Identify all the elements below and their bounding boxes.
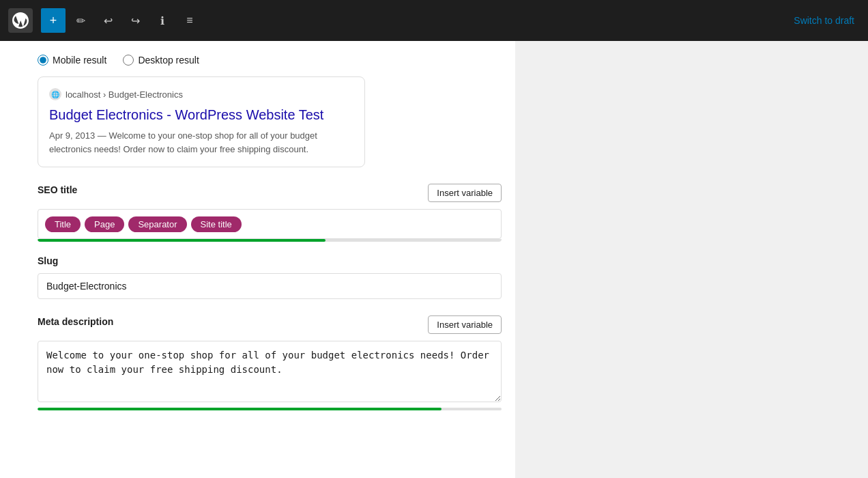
meta-description-progress-bar (38, 408, 442, 410)
right-panel (515, 41, 868, 478)
wp-logo (8, 8, 33, 33)
search-preview-card: 🌐 localhost › Budget-Electronics Budget … (38, 76, 365, 167)
meta-description-label: Meta description (38, 316, 113, 327)
main-content: Mobile result Desktop result 🌐 localhost… (0, 41, 868, 478)
breadcrumb-text: localhost › Budget-Electronics (66, 89, 183, 100)
pencil-icon: ✏ (76, 14, 85, 27)
site-icon: 🌐 (49, 88, 61, 100)
menu-button[interactable]: ≡ (177, 8, 202, 33)
info-button[interactable]: ℹ (150, 8, 175, 33)
meta-description-section: Meta description Insert variable Welcome… (38, 315, 502, 410)
wp-logo-icon (12, 12, 29, 29)
mobile-result-radio[interactable] (38, 55, 48, 66)
editor-panel: Mobile result Desktop result 🌐 localhost… (0, 41, 515, 478)
add-button[interactable]: + (41, 8, 66, 33)
search-result-meta: Apr 9, 2013 — Welcome to your one-stop s… (49, 129, 353, 156)
seo-title-progress-container (38, 239, 502, 242)
seo-title-progress-bar (38, 239, 326, 242)
slug-label: Slug (38, 255, 502, 266)
seo-insert-variable-button[interactable]: Insert variable (428, 184, 502, 202)
seo-title-label: SEO title (38, 184, 77, 195)
search-result-title: Budget Electronics - WordPress Website T… (49, 106, 353, 124)
meta-description-progress-container (38, 408, 502, 410)
slug-input[interactable] (38, 273, 502, 299)
seo-title-section: SEO title Insert variable Title Page Sep… (38, 184, 502, 242)
desktop-result-radio[interactable] (123, 55, 134, 66)
result-type-selector: Mobile result Desktop result (38, 55, 502, 66)
mobile-result-option[interactable]: Mobile result (38, 55, 106, 66)
seo-tag-site-title[interactable]: Site title (191, 216, 242, 232)
seo-title-header: SEO title Insert variable (38, 184, 502, 202)
undo-button[interactable]: ↩ (96, 8, 120, 33)
redo-button[interactable]: ↪ (123, 8, 147, 33)
search-result-separator: — (98, 130, 109, 141)
desktop-result-label: Desktop result (138, 55, 199, 66)
meta-description-textarea[interactable]: Welcome to your one-stop shop for all of… (38, 341, 502, 402)
meta-insert-variable-button[interactable]: Insert variable (428, 315, 502, 334)
menu-icon: ≡ (186, 14, 192, 27)
meta-description-header: Meta description Insert variable (38, 315, 502, 334)
search-result-date: Apr 9, 2013 (49, 130, 95, 141)
toolbar: + ✏ ↩ ↪ ℹ ≡ Switch to draft (0, 0, 868, 41)
info-icon: ℹ (160, 14, 164, 27)
switch-draft-button[interactable]: Switch to draft (794, 15, 854, 26)
edit-button[interactable]: ✏ (68, 8, 93, 33)
slug-section: Slug (38, 255, 502, 299)
seo-tag-page[interactable]: Page (85, 216, 124, 232)
redo-icon: ↪ (131, 14, 140, 27)
desktop-result-option[interactable]: Desktop result (123, 55, 199, 66)
seo-tag-title[interactable]: Title (45, 216, 81, 232)
mobile-result-label: Mobile result (53, 55, 106, 66)
add-icon: + (50, 14, 57, 28)
seo-title-field[interactable]: Title Page Separator Site title (38, 209, 502, 239)
search-breadcrumb: 🌐 localhost › Budget-Electronics (49, 88, 353, 100)
undo-icon: ↩ (104, 14, 113, 27)
seo-tag-separator[interactable]: Separator (128, 216, 186, 232)
